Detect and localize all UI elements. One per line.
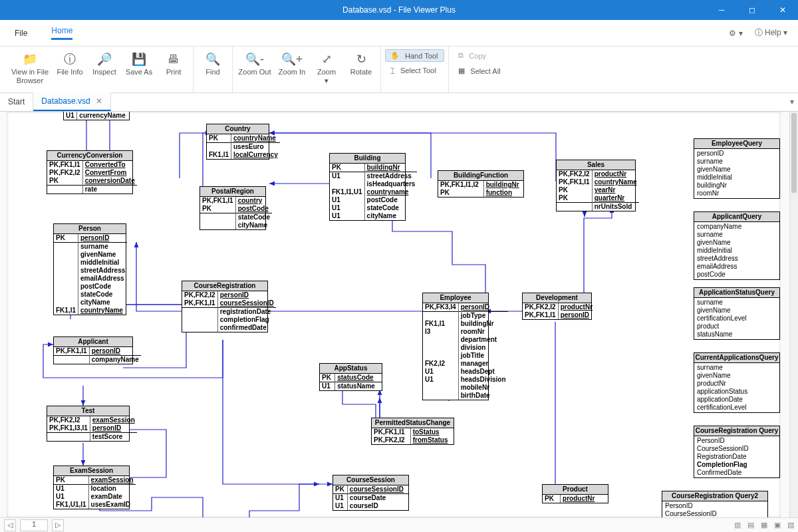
window-title: Database.vsd - File Viewer Plus xyxy=(342,5,456,15)
menubar: File Home ⚙ ▾ ⓘ Help ▾ xyxy=(0,20,798,47)
find-button[interactable]: 🔍Find xyxy=(198,49,228,76)
diagram-canvas[interactable]: U1currencyName CountryPKcountryNameusesE… xyxy=(7,112,781,517)
tab-dropdown[interactable]: ▾ xyxy=(790,97,794,106)
entity-app-status: AppStatusPKstatusCodeU1statusName xyxy=(319,363,382,391)
entity-product: ProductPKproductNr xyxy=(542,484,608,503)
entity-course-registration: CourseRegistrationPK,FK2,I2personIDPK,FK… xyxy=(182,281,268,332)
scrollbar-thumb[interactable] xyxy=(791,113,797,193)
zoom-button[interactable]: ⤢Zoom▾ xyxy=(311,49,342,85)
view-current-applications-query: CurrentApplicationsQuerysurnamegivenName… xyxy=(694,352,780,413)
page-input[interactable]: 1 xyxy=(20,519,48,531)
inspect-button[interactable]: 🔎Inspect xyxy=(89,49,120,76)
zoom-in-icon: 🔍+ xyxy=(281,52,303,66)
close-tab-icon[interactable]: ✕ xyxy=(96,96,102,106)
copy-button[interactable]: ⧉Copy xyxy=(453,49,507,62)
zoom-out-icon: 🔍- xyxy=(245,52,264,66)
zoom-icon: ⤢ xyxy=(322,52,332,66)
info-icon: ⓘ xyxy=(64,52,76,66)
entity-sales: SalesPK,FK2,I2productNrPK,FK1,I1countryN… xyxy=(556,160,636,211)
rotate-icon: ↻ xyxy=(356,52,366,66)
entity-person: PersonPKpersonIDsurnamegivenNamemiddleIn… xyxy=(53,223,126,315)
canvas-wrap: U1currencyName CountryPKcountryNameusesE… xyxy=(0,112,798,517)
print-button[interactable]: 🖶Print xyxy=(158,49,189,76)
titlebar: Database.vsd - File Viewer Plus ─ ◻ ✕ xyxy=(0,0,798,20)
tabstrip: Start Database.vsd✕ ▾ xyxy=(0,93,798,112)
minimize-button[interactable]: ─ xyxy=(706,0,737,20)
menu-home[interactable]: Home xyxy=(47,26,76,40)
view-application-status-query: ApplicationStatusQuerysurnamegivenNamece… xyxy=(694,287,780,340)
inspect-icon: 🔎 xyxy=(97,52,112,66)
entity-building-function: BuildingFunctionPK,FK1,I1,I2buildingNrPK… xyxy=(438,170,524,198)
entity-building: BuildingPKbuildingNrU1streetAddressisHea… xyxy=(329,153,406,221)
hand-icon: ✋ xyxy=(390,51,400,60)
help-button[interactable]: ⓘ Help ▾ xyxy=(755,27,787,39)
entity-applicant: ApplicantPK,FK1,I1personIDcompanyName xyxy=(53,336,133,364)
view-mode-2-icon[interactable]: ▤ xyxy=(747,521,754,529)
view-in-file-browser-button[interactable]: 📁View in FileBrowser xyxy=(9,49,51,85)
entity-exam-session: ExamSessionPKexamSessionU1locationU1exam… xyxy=(53,466,130,509)
search-icon: 🔍 xyxy=(205,52,220,66)
rotate-button[interactable]: ↻Rotate xyxy=(346,49,376,76)
save-as-button[interactable]: 💾Save As xyxy=(124,49,154,76)
statusbar: ◁ 1 ▷ ▥ ▤ ▦ ▣ ▧ xyxy=(0,517,798,532)
select-tool-button[interactable]: ⌶Select Tool xyxy=(385,65,444,76)
hand-tool-button[interactable]: ✋Hand Tool xyxy=(385,49,444,62)
view-mode-5-icon[interactable]: ▧ xyxy=(787,521,794,529)
vertical-scrollbar[interactable] xyxy=(789,112,798,517)
select-all-button[interactable]: ▦Select All xyxy=(453,65,507,77)
entity-postal-region: PostalRegionPK,FK1,I1countryPKpostCodest… xyxy=(200,186,266,230)
entity-currency-conversion: CurrencyConversionPK,FK1,I1ConvertedToPK… xyxy=(47,150,133,194)
ribbon: 📁View in FileBrowser ⓘFile Info 🔎Inspect… xyxy=(0,47,798,93)
print-icon: 🖶 xyxy=(168,52,180,66)
entity-currency-row: U1currencyName xyxy=(63,112,130,120)
copy-icon: ⧉ xyxy=(458,51,464,60)
view-mode-1-icon[interactable]: ▥ xyxy=(734,521,741,529)
tab-start[interactable]: Start xyxy=(0,92,33,111)
menu-file[interactable]: File xyxy=(11,29,31,38)
settings-icon[interactable]: ⚙ ▾ xyxy=(729,29,742,38)
file-info-button[interactable]: ⓘFile Info xyxy=(55,49,85,76)
entity-employee: EmployeePK,FK3,I4personIDjobTypeFK1,I1bu… xyxy=(422,293,489,400)
entity-development: DevelopmentPK,FK2,I2productNrPK,FK1,I1pe… xyxy=(522,293,592,320)
view-mode-3-icon[interactable]: ▦ xyxy=(761,521,767,529)
view-mode-4-icon[interactable]: ▣ xyxy=(774,521,781,529)
cursor-icon: ⌶ xyxy=(390,66,395,74)
view-employee-query: EmployeeQuerypersonIDsurnamegivenNamemid… xyxy=(694,138,780,199)
zoom-in-button[interactable]: 🔍+Zoom In xyxy=(277,49,307,76)
next-page-button[interactable]: ▷ xyxy=(52,519,64,531)
maximize-button[interactable]: ◻ xyxy=(737,0,767,20)
folder-open-icon: 📁 xyxy=(23,52,37,66)
entity-course-session: CourseSessionPKcourseSessionIDU1courseDa… xyxy=(332,475,409,511)
entity-country: CountryPKcountryNameusesEuroFK1,I1localC… xyxy=(206,124,269,160)
view-course-registration-query: CourseRegistration QueryPersonIDCourseSe… xyxy=(694,426,780,478)
zoom-out-button[interactable]: 🔍-Zoom Out xyxy=(237,49,273,76)
save-icon: 💾 xyxy=(132,52,146,66)
entity-test: TestPK,FK2,I2examSessionPK,FK1,I3,I1pers… xyxy=(47,406,130,442)
tab-database[interactable]: Database.vsd✕ xyxy=(33,92,110,111)
entity-permitted-status-change: PermittedStatusChangePK,FK1,I1toStatusPK… xyxy=(371,418,454,445)
close-button[interactable]: ✕ xyxy=(767,0,798,20)
select-all-icon: ▦ xyxy=(458,66,465,75)
view-applicant-query: ApplicantQuerycompanyNamesurnamegivenNam… xyxy=(694,211,780,280)
view-course-registration-query2: CourseRegistration Query2PersonIDCourseS… xyxy=(662,491,768,517)
prev-page-button[interactable]: ◁ xyxy=(4,519,16,531)
